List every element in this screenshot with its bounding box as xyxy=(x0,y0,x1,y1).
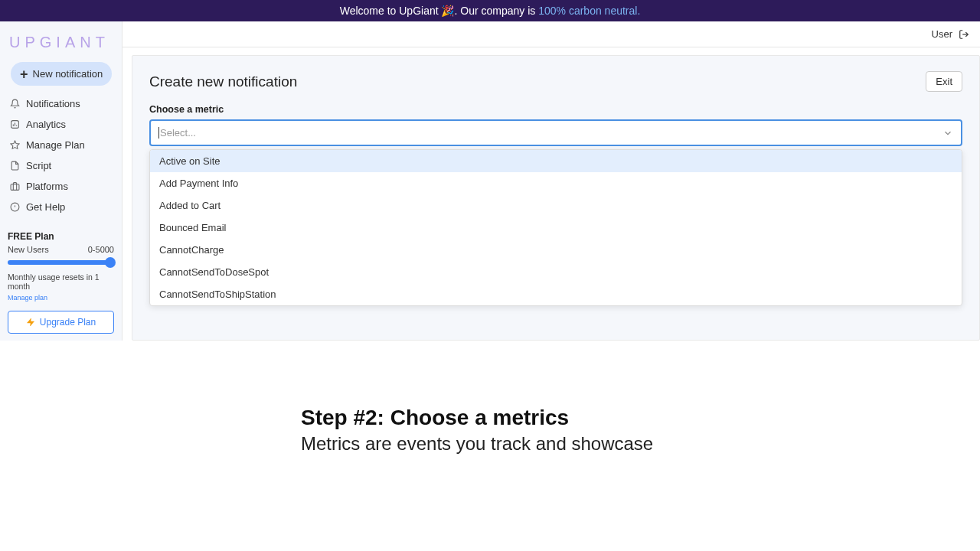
user-label[interactable]: User xyxy=(932,28,952,40)
exit-button[interactable]: Exit xyxy=(926,71,962,92)
plus-icon: + xyxy=(20,69,28,80)
metric-select[interactable]: Select... xyxy=(149,119,962,146)
sidebar-item-script[interactable]: Script xyxy=(6,155,116,176)
page-title: Create new notification xyxy=(149,73,297,90)
bell-icon xyxy=(9,99,20,109)
nav-label: Notifications xyxy=(26,98,80,109)
metric-dropdown[interactable]: Active on Site Add Payment Info Added to… xyxy=(149,149,962,306)
plan-metric-value: 0-5000 xyxy=(88,245,114,254)
svg-marker-4 xyxy=(11,141,19,148)
svg-marker-9 xyxy=(27,318,34,326)
plan-title: FREE Plan xyxy=(8,231,114,242)
tutorial-overlay: Step #2: Choose a metrics Metrics are ev… xyxy=(301,406,653,455)
upgrade-plan-button[interactable]: Upgrade Plan xyxy=(8,311,114,334)
dropdown-option[interactable]: Bounced Email xyxy=(150,217,962,239)
platforms-icon xyxy=(9,181,20,192)
manage-plan-link[interactable]: Manage plan xyxy=(8,294,114,302)
help-icon xyxy=(9,202,20,213)
logo: UPGIANT xyxy=(6,28,116,62)
new-notification-button[interactable]: + New notification xyxy=(11,62,112,86)
tutorial-heading: Step #2: Choose a metrics xyxy=(301,406,653,430)
script-icon xyxy=(9,161,20,171)
banner-text: Welcome to UpGiant 🎉. Our company is xyxy=(340,5,539,17)
dropdown-option[interactable]: Active on Site xyxy=(150,150,962,172)
content-panel: Create new notification Exit Choose a me… xyxy=(132,55,980,341)
dropdown-option[interactable]: Added to Cart xyxy=(150,194,962,217)
slider-thumb[interactable] xyxy=(105,257,116,268)
dropdown-option[interactable]: CannotSendToDoseSpot xyxy=(150,261,962,283)
chart-icon xyxy=(9,119,20,130)
bolt-icon xyxy=(26,318,35,327)
metric-field-label: Choose a metric xyxy=(149,104,962,115)
nav-label: Analytics xyxy=(26,119,66,130)
sidebar-item-platforms[interactable]: Platforms xyxy=(6,176,116,197)
tutorial-subtext: Metrics are events you track and showcas… xyxy=(301,433,653,455)
star-icon xyxy=(9,140,20,151)
nav-label: Script xyxy=(26,160,51,171)
dropdown-option[interactable]: Add Payment Info xyxy=(150,172,962,194)
logout-icon[interactable] xyxy=(959,29,969,40)
usage-slider[interactable] xyxy=(8,260,114,265)
svg-rect-5 xyxy=(11,184,19,191)
plan-reset-note: Monthly usage resets in 1 month xyxy=(8,272,114,291)
sidebar-item-manage-plan[interactable]: Manage Plan xyxy=(6,135,116,155)
main-area: User Create new notification Exit Choose… xyxy=(122,21,980,341)
chevron-down-icon xyxy=(942,128,953,139)
upgrade-label: Upgrade Plan xyxy=(40,317,96,328)
carbon-neutral-link[interactable]: 100% carbon neutral. xyxy=(538,5,640,17)
sidebar-item-notifications[interactable]: Notifications xyxy=(6,93,116,114)
sidebar-item-get-help[interactable]: Get Help xyxy=(6,197,116,217)
sidebar-item-analytics[interactable]: Analytics xyxy=(6,114,116,135)
nav-label: Get Help xyxy=(26,201,65,213)
nav-label: Platforms xyxy=(26,181,68,192)
nav-label: Manage Plan xyxy=(26,139,85,151)
plan-section: FREE Plan New Users 0-5000 Monthly usage… xyxy=(6,231,116,334)
welcome-banner: Welcome to UpGiant 🎉. Our company is 100… xyxy=(0,0,980,21)
select-placeholder: Select... xyxy=(158,127,196,139)
new-notification-label: New notification xyxy=(33,68,103,80)
sidebar: UPGIANT + New notification Notifications… xyxy=(0,21,122,341)
dropdown-option[interactable]: CannotSendToShipStation xyxy=(150,283,962,305)
plan-metric-label: New Users xyxy=(8,245,49,254)
topbar: User xyxy=(122,21,980,47)
dropdown-option[interactable]: CannotCharge xyxy=(150,239,962,261)
